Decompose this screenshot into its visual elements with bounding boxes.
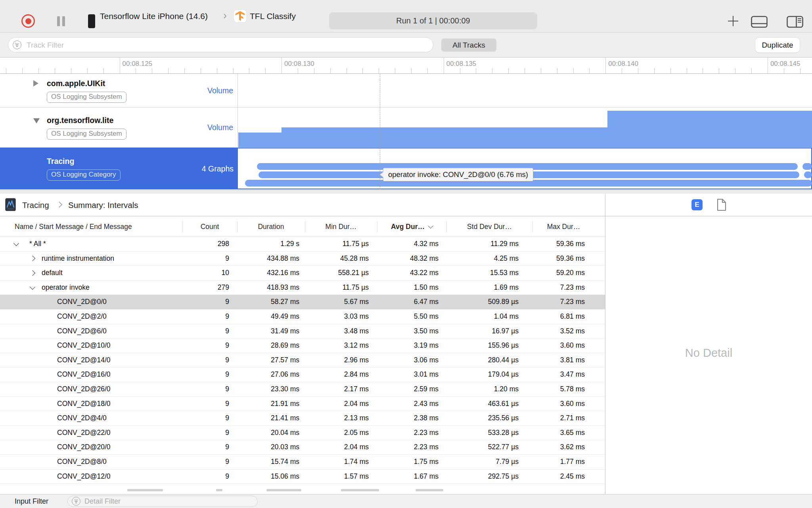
ruler-time-label: 00:08.130 xyxy=(284,60,314,68)
extended-detail-icon[interactable]: E xyxy=(691,199,703,210)
table-row-conv-2d-16-0[interactable]: CONV_2D@16/0927.06 ms2.84 ms3.01 ms179.0… xyxy=(0,368,605,382)
cell-min: 1.74 ms xyxy=(305,455,377,470)
cell-avg: 2.43 ms xyxy=(377,397,446,412)
row-expand-open-icon[interactable] xyxy=(30,284,35,290)
clipped-row-fragment xyxy=(416,489,443,491)
cell-duration: 20.03 ms xyxy=(237,440,305,455)
breadcrumb-page[interactable]: Summary: Intervals xyxy=(68,194,138,216)
track-row-com-apple-uikit[interactable]: com.apple.UIKitOS Logging SubsystemVolum… xyxy=(0,74,812,108)
track-title: org.tensorflow.lite xyxy=(47,116,113,125)
column-header-duration[interactable]: Duration xyxy=(237,217,305,237)
cell-max: 59.36 ms xyxy=(532,237,595,252)
detail-filter-field[interactable] xyxy=(67,496,258,507)
ruler-minor-tick xyxy=(427,68,428,73)
table-row-conv-2d-8-0[interactable]: CONV_2D@8/0915.74 ms1.74 ms1.75 ms7.79 µ… xyxy=(0,455,605,470)
disclosure-closed-icon[interactable] xyxy=(33,80,38,87)
table-row-conv-2d-14-0[interactable]: CONV_2D@14/0927.57 ms2.96 ms3.06 ms280.4… xyxy=(0,353,605,368)
layout-right-icon[interactable] xyxy=(787,16,803,29)
table-row-runtime-instrumentation[interactable]: runtime instrumentation9434.88 ms45.28 m… xyxy=(0,252,605,266)
row-name: * All * xyxy=(29,237,46,251)
table-row-conv-2d-2-0[interactable]: CONV_2D@2/0949.49 ms3.03 ms5.50 ms1.04 m… xyxy=(0,310,605,324)
plus-icon[interactable] xyxy=(728,16,738,26)
track-filter-input[interactable] xyxy=(26,38,424,52)
tensorflow-logo-icon xyxy=(234,10,246,22)
device-name[interactable]: Tensorflow Lite iPhone (14.6) xyxy=(100,0,208,32)
track-row-org-tensorflow-lite[interactable]: org.tensorflow.liteOS Logging SubsystemV… xyxy=(0,108,812,148)
track-graph-area[interactable] xyxy=(238,74,812,107)
cell-avg: 3.06 ms xyxy=(377,353,446,368)
trace-document-icon xyxy=(5,198,16,211)
target-name[interactable]: TFL Classify xyxy=(250,0,296,32)
cell-std: 522.77 µs xyxy=(446,440,532,455)
ruler-minor-tick xyxy=(622,68,622,73)
breadcrumb-root[interactable]: Tracing xyxy=(22,194,49,216)
no-detail-message: No Detail xyxy=(685,346,732,360)
table-row-conv-2d-4-0[interactable]: CONV_2D@4/0921.41 ms2.13 ms2.38 ms235.56… xyxy=(0,411,605,426)
table-row-conv-2d-10-0[interactable]: CONV_2D@10/0928.69 ms3.12 ms3.19 ms155.9… xyxy=(0,339,605,353)
filter-icon xyxy=(13,40,21,49)
column-divider[interactable] xyxy=(532,221,533,232)
track-display-mode[interactable]: Volume xyxy=(207,123,233,132)
column-header-avg-dur-[interactable]: Avg Dur… xyxy=(377,217,446,237)
table-row-operator-invoke[interactable]: operator invoke279418.93 ms11.75 µs1.50 … xyxy=(0,281,605,295)
interval-span-bar[interactable] xyxy=(802,163,812,170)
column-header-name[interactable]: Name / Start Message / End Message xyxy=(0,217,182,237)
cell-std: 155.96 µs xyxy=(446,339,532,353)
track-display-mode[interactable]: 4 Graphs xyxy=(202,164,234,173)
disclosure-open-icon[interactable] xyxy=(33,118,40,123)
layout-bottom-icon[interactable] xyxy=(751,16,768,29)
table-row-default[interactable]: default10432.16 ms558.21 µs43.22 ms15.53… xyxy=(0,266,605,281)
track-filter-field[interactable] xyxy=(8,37,433,52)
column-header-count[interactable]: Count xyxy=(182,217,237,237)
track-header[interactable]: TracingOS Logging Category4 Graphs xyxy=(0,148,238,189)
track-header[interactable]: com.apple.UIKitOS Logging SubsystemVolum… xyxy=(0,74,238,107)
ruler-minor-tick xyxy=(687,68,687,73)
timeline-ruler[interactable]: 00:08.12500:08.13000:08.13500:08.14000:0… xyxy=(0,58,812,74)
ruler-minor-tick xyxy=(460,68,460,73)
row-name: CONV_2D@2/0 xyxy=(57,310,107,324)
column-header-max-dur-[interactable]: Max Dur… xyxy=(532,217,595,237)
cell-min: 5.67 ms xyxy=(305,295,377,310)
interval-span-bar[interactable] xyxy=(804,171,812,178)
column-divider[interactable] xyxy=(377,221,377,232)
ruler-major-tick xyxy=(282,58,282,73)
ruler-minor-tick xyxy=(654,68,655,73)
record-icon[interactable] xyxy=(21,14,35,28)
duplicate-button[interactable]: Duplicate xyxy=(755,38,800,52)
table-row-conv-2d-26-0[interactable]: CONV_2D@26/0923.30 ms2.17 ms2.59 ms1.20 … xyxy=(0,382,605,397)
row-expand-closed-icon[interactable] xyxy=(30,270,35,276)
track-filter-bar: All Tracks Duplicate xyxy=(0,33,812,58)
all-tracks-button[interactable]: All Tracks xyxy=(441,38,496,52)
table-row-conv-2d-22-0[interactable]: CONV_2D@22/0920.04 ms2.05 ms2.23 ms533.2… xyxy=(0,426,605,441)
volume-graph-step xyxy=(238,133,282,147)
cell-max: 1.77 ms xyxy=(532,455,595,470)
clipped-row-fragment xyxy=(127,489,163,491)
track-display-mode[interactable]: Volume xyxy=(207,86,233,95)
table-row-conv-2d-6-0[interactable]: CONV_2D@6/0931.49 ms3.48 ms3.50 ms16.97 … xyxy=(0,324,605,339)
ruler-major-tick xyxy=(444,58,444,73)
detail-filter-input[interactable] xyxy=(84,496,252,506)
table-row--all-[interactable]: * All *2981.29 s11.75 µs4.32 ms11.29 ms5… xyxy=(0,237,605,252)
column-divider[interactable] xyxy=(446,221,447,232)
run-status: Run 1 of 1 | 00:00:09 xyxy=(329,12,537,29)
document-icon[interactable] xyxy=(716,198,727,211)
cell-min: 3.12 ms xyxy=(305,339,377,353)
column-divider[interactable] xyxy=(305,221,305,232)
table-row-conv-2d-12-0[interactable]: CONV_2D@12/0915.06 ms1.57 ms1.67 ms292.7… xyxy=(0,470,605,484)
table-row-conv-2d-18-0[interactable]: CONV_2D@18/0921.91 ms2.04 ms2.43 ms463.6… xyxy=(0,397,605,412)
cell-avg: 5.50 ms xyxy=(377,310,446,324)
table-row-conv-2d-20-0[interactable]: CONV_2D@20/0920.03 ms2.04 ms2.23 ms522.7… xyxy=(0,440,605,455)
table-row-conv-2d-0-0[interactable]: CONV_2D@0/0958.27 ms5.67 ms6.47 ms509.89… xyxy=(0,295,605,310)
cell-count: 9 xyxy=(182,324,237,339)
column-divider[interactable] xyxy=(182,221,183,232)
column-header-min-dur-[interactable]: Min Dur… xyxy=(305,217,377,237)
cell-avg: 2.38 ms xyxy=(377,411,446,426)
track-graph-area[interactable] xyxy=(238,108,812,147)
row-name: default xyxy=(42,266,63,280)
column-header-std-dev-dur-[interactable]: Std Dev Dur… xyxy=(446,217,532,237)
track-header[interactable]: org.tensorflow.liteOS Logging SubsystemV… xyxy=(0,108,238,147)
row-expand-open-icon[interactable] xyxy=(13,241,19,246)
pause-icon[interactable] xyxy=(56,16,67,26)
column-divider[interactable] xyxy=(237,221,237,232)
row-expand-closed-icon[interactable] xyxy=(30,256,35,261)
